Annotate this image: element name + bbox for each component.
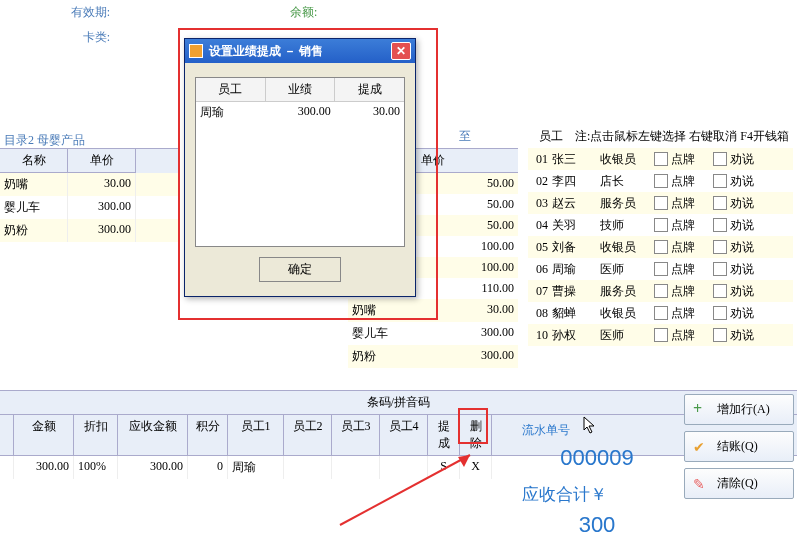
serial-value: 000009	[522, 445, 672, 471]
total-value: 300	[522, 512, 672, 538]
arrow-icon	[330, 445, 490, 535]
commission-row[interactable]: 周瑜 300.00 30.00	[196, 102, 404, 123]
total-label: 应收合计￥	[522, 483, 672, 506]
checkbox-dianpai[interactable]	[654, 196, 668, 210]
product-table-left[interactable]: 名称 单价 奶嘴30.00 婴儿车300.00 奶粉300.00	[0, 148, 178, 242]
table-row[interactable]: 奶嘴30.00	[0, 173, 178, 196]
checkbox-dianpai[interactable]	[654, 284, 668, 298]
cell-comm: 30.00	[335, 102, 404, 123]
employee-row[interactable]: 04关羽技师点牌劝说	[528, 214, 793, 236]
col-employee: 员工	[196, 78, 266, 101]
barcode-header: 条码/拼音码	[0, 390, 797, 415]
employee-row[interactable]: 06周瑜医师点牌劝说	[528, 258, 793, 280]
dialog-titlebar[interactable]: 设置业绩提成 － 销售 ✕	[185, 39, 415, 63]
employee-row[interactable]: 02李四店长点牌劝说	[528, 170, 793, 192]
action-buttons: + 增加行(A) ✔ 结账(Q) ✎ 清除(Q)	[684, 394, 794, 505]
employee-row[interactable]: 10孙权医师点牌劝说	[528, 324, 793, 346]
checkbox-quanshuo[interactable]	[713, 306, 727, 320]
cell-name: 周瑜	[196, 102, 265, 123]
checkbox-quanshuo[interactable]	[713, 152, 727, 166]
to-label: 至	[459, 128, 471, 145]
col-name: 名称	[0, 149, 68, 173]
svg-line-0	[340, 455, 470, 525]
checkbox-quanshuo[interactable]	[713, 218, 727, 232]
checkbox-dianpai[interactable]	[654, 262, 668, 276]
check-icon: ✔	[693, 439, 709, 455]
checkbox-quanshuo[interactable]	[713, 262, 727, 276]
commission-grid[interactable]: 员工 业绩 提成 周瑜 300.00 30.00	[195, 77, 405, 247]
table-row[interactable]: 奶粉300.00	[348, 345, 518, 368]
col-performance: 业绩	[266, 78, 336, 101]
checkbox-quanshuo[interactable]	[713, 284, 727, 298]
employee-hint: 注:点击鼠标左键选择 右键取消 F4开钱箱	[575, 128, 789, 145]
validity-label: 有效期:	[50, 4, 110, 21]
checkbox-dianpai[interactable]	[654, 306, 668, 320]
balance-label: 余额:	[290, 4, 317, 21]
commission-dialog: 设置业绩提成 － 销售 ✕ 员工 业绩 提成 周瑜 300.00 30.00 确…	[184, 38, 416, 297]
dialog-icon	[189, 44, 203, 58]
employee-row[interactable]: 01张三收银员点牌劝说	[528, 148, 793, 170]
close-icon[interactable]: ✕	[391, 42, 411, 60]
cell-perf: 300.00	[265, 102, 334, 123]
table-row[interactable]: 婴儿车300.00	[0, 196, 178, 219]
table-row[interactable]: 婴儿车300.00	[348, 322, 518, 345]
checkbox-dianpai[interactable]	[654, 328, 668, 342]
table-row[interactable]: 奶粉300.00	[0, 219, 178, 242]
plus-icon: +	[693, 402, 709, 418]
employee-label: 员工	[539, 128, 563, 145]
add-row-button[interactable]: + 增加行(A)	[684, 394, 794, 425]
checkbox-quanshuo[interactable]	[713, 196, 727, 210]
checkbox-dianpai[interactable]	[654, 174, 668, 188]
checkbox-quanshuo[interactable]	[713, 174, 727, 188]
employee-row[interactable]: 03赵云服务员点牌劝说	[528, 192, 793, 214]
clear-button[interactable]: ✎ 清除(Q)	[684, 468, 794, 499]
checkbox-quanshuo[interactable]	[713, 328, 727, 342]
employee-row[interactable]: 05刘备收银员点牌劝说	[528, 236, 793, 258]
checkbox-dianpai[interactable]	[654, 240, 668, 254]
checkbox-quanshuo[interactable]	[713, 240, 727, 254]
ok-button[interactable]: 确定	[259, 257, 341, 282]
checkout-button[interactable]: ✔ 结账(Q)	[684, 431, 794, 462]
col-commission: 提成	[335, 78, 404, 101]
col-price: 单价	[68, 149, 136, 173]
serial-label: 流水单号	[522, 423, 570, 437]
brush-icon: ✎	[693, 476, 709, 492]
dialog-title-text: 设置业绩提成 － 销售	[209, 43, 323, 60]
employee-row[interactable]: 07曹操服务员点牌劝说	[528, 280, 793, 302]
card-type-label: 卡类:	[50, 29, 110, 46]
table-row[interactable]: 奶嘴30.00	[348, 299, 518, 322]
summary-panel: 流水单号 000009 应收合计￥ 300	[522, 410, 672, 538]
checkbox-dianpai[interactable]	[654, 218, 668, 232]
employee-row[interactable]: 08貂蝉收银员点牌劝说	[528, 302, 793, 324]
checkbox-dianpai[interactable]	[654, 152, 668, 166]
cursor-icon	[583, 416, 597, 434]
employee-table[interactable]: 01张三收银员点牌劝说 02李四店长点牌劝说 03赵云服务员点牌劝说 04关羽技…	[528, 148, 793, 346]
